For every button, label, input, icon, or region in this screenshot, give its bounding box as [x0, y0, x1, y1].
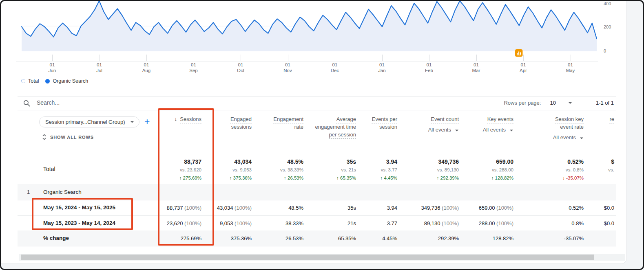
table-toolbar: Search... Rows per page: 10 1-1 of 1: [18, 97, 616, 110]
total-row-label: Total: [18, 154, 152, 184]
horizontal-scrollbar-thumb[interactable]: [21, 255, 594, 260]
empty-cell: [366, 184, 407, 200]
column-header-events-per-session[interactable]: Events per session: [366, 115, 407, 141]
search-icon: [23, 99, 31, 107]
empty-cell: [313, 184, 366, 200]
x-axis-tick-label: 01Jul: [87, 62, 112, 73]
empty-cell: [211, 184, 261, 200]
metric-cell: 0.8%: [523, 215, 593, 231]
metric-cell: 659.00 (100%): [469, 200, 523, 216]
column-header-session-key-event-rate[interactable]: Session key event rateAll events: [523, 115, 593, 141]
total-metric-cell: $vs.: [593, 154, 616, 184]
metric-cell: 288.00 (100%): [469, 215, 523, 231]
row-number: 1: [27, 184, 30, 200]
sessions-line-chart: [1, 1, 617, 62]
x-axis-tick-label: 01Aug: [134, 62, 159, 73]
column-header-label: Engaged sessions: [211, 115, 252, 131]
x-axis-tick: [146, 55, 147, 61]
x-axis-tick: [429, 55, 429, 61]
total-metric-cell: 349,736vs. 89,130↑ 292.39%: [407, 154, 469, 184]
column-header-label: re: [609, 115, 614, 123]
x-axis-tick: [194, 55, 194, 61]
empty-cell: [593, 184, 616, 200]
metric-cell: 349,736 (100%): [407, 200, 469, 216]
metric-cell: 35s: [313, 200, 366, 216]
table-total-row: Total 88,737vs. 23,620↑ 275.69%43,034vs.…: [18, 154, 616, 184]
metric-cell: 128.82%: [469, 230, 523, 246]
row-label: % change: [18, 230, 152, 246]
x-axis-tick-label: 01Sep: [181, 62, 206, 73]
pagination-range: 1-1 of 1: [596, 100, 614, 106]
event-filter-dropdown[interactable]: All events: [523, 134, 584, 141]
total-metric-cell: 0.52%vs. 0.8%↓ -35.07%: [523, 154, 593, 184]
filter-caret-icon: [455, 130, 458, 132]
metric-cell: 375.36%: [211, 230, 261, 246]
event-filter-dropdown[interactable]: All events: [469, 126, 513, 134]
annotation-marker-icon[interactable]: [515, 49, 523, 57]
table-row-percent-change: % change275.69%375.36%26.53%65.35%4.45%2…: [18, 230, 616, 246]
rows-per-page-value[interactable]: 10: [550, 100, 555, 106]
metric-cell: 26.53%: [261, 230, 313, 246]
legend-item-organic-search[interactable]: Organic Search: [45, 78, 88, 84]
column-header-engagement-rate[interactable]: Engagement rate: [261, 115, 313, 141]
chart-legend: Total Organic Search: [21, 78, 88, 84]
total-dashed-circle-icon: [21, 79, 25, 83]
metric-cell: 21s: [313, 215, 366, 231]
column-header-key-events[interactable]: Key eventsAll events: [469, 115, 523, 141]
x-axis-tick-label: 01May: [558, 62, 583, 73]
total-metric-cell: 659.00vs. 288.00↑ 128.82%: [469, 154, 523, 184]
chart-x-axis-line: [16, 61, 598, 61]
metric-cell: 3.94: [366, 200, 407, 216]
total-metric-cell: 3.94vs. 3.77↑ 4.45%: [366, 154, 407, 184]
column-header-engaged-sessions[interactable]: Engaged sessions: [211, 115, 261, 141]
metric-cell: 0.52%: [523, 200, 593, 216]
x-axis-tick: [476, 55, 477, 61]
event-filter-dropdown[interactable]: All events: [407, 126, 459, 134]
x-axis-tick-label: 01Oct: [228, 62, 253, 73]
column-header-event-count[interactable]: Event countAll events: [407, 115, 469, 141]
metric-cell: $0.0: [593, 215, 616, 231]
total-metric-cell: 43,034vs. 9,053↑ 375.36%: [211, 154, 261, 184]
organic-search-dot-icon: [45, 79, 50, 83]
x-axis-tick: [52, 55, 53, 61]
column-header-re[interactable]: re: [593, 115, 616, 141]
column-header-average-engagement-time-per-session[interactable]: Average engagement time per session: [313, 115, 366, 141]
x-axis-tick: [100, 55, 100, 61]
x-axis-tick: [571, 55, 571, 61]
y-axis-tick-label: 0: [604, 48, 606, 53]
legend-item-total[interactable]: Total: [21, 78, 39, 84]
annotation-box-date-ranges: [32, 198, 133, 230]
rows-per-page-caret-icon[interactable]: [568, 102, 572, 104]
total-metric-cell: 35svs. 21s↑ 65.35%: [313, 154, 366, 184]
column-header-label: Events per session: [366, 115, 397, 131]
x-axis-tick-label: 01Mar: [464, 62, 489, 73]
column-header-label: Event count: [431, 115, 459, 123]
rows-per-page-label: Rows per page:: [504, 100, 541, 106]
table-header-row: ↓SessionsEngaged sessionsEngagement rate…: [18, 115, 616, 141]
search-input[interactable]: Search...: [37, 99, 60, 106]
x-axis-tick: [382, 55, 383, 61]
x-axis-tick-label: 01Feb: [417, 62, 441, 73]
divider: [18, 96, 616, 97]
horizontal-scrollbar-track[interactable]: [19, 254, 625, 261]
x-axis-tick: [241, 55, 241, 61]
filter-caret-icon: [580, 138, 583, 139]
x-axis-tick-label: 01Dec: [323, 62, 347, 73]
row-divider: [18, 246, 616, 246]
legend-organic-label: Organic Search: [53, 78, 88, 84]
metric-cell: 9,053 (100%): [211, 215, 261, 231]
x-axis-tick-label: 01Apr: [511, 62, 536, 73]
row-label-organic-search: Organic Search: [43, 189, 82, 195]
metric-cell: 48.5%: [261, 200, 313, 216]
empty-cell: [469, 184, 523, 200]
metric-cell: 4.45%: [366, 230, 407, 246]
column-header-label: Engagement rate: [267, 115, 303, 131]
metric-cell: $0.0: [593, 200, 616, 216]
metric-cell: 3.77: [366, 215, 407, 231]
metric-cell: -35.07%: [523, 230, 593, 246]
y-axis-tick-label: 400: [604, 1, 611, 6]
y-axis-tick-label: 200: [604, 24, 611, 29]
ga4-report-screen: 4002000 01Jun01Jul01Aug01Sep01Oct01Nov01…: [0, 0, 644, 270]
column-header-label: Key events: [487, 115, 513, 123]
divider: [18, 110, 616, 110]
